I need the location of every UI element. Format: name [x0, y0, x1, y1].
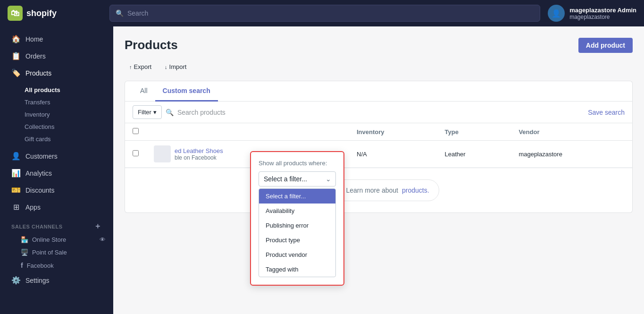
col-checkbox [125, 123, 146, 141]
user-name: mageplazastore Admin [569, 7, 636, 14]
search-icon-filter: 🔍 [166, 109, 174, 116]
product-sub-text: ble on Facebook [175, 154, 223, 161]
sidebar-sub-inventory[interactable]: Inventory [21, 109, 113, 120]
sidebar-item-analytics[interactable]: 📊 Analytics [4, 165, 109, 181]
product-name-link[interactable]: ed Leather Shoes [175, 147, 223, 154]
sidebar: 🏠 Home 📋 Orders 🏷️ Products All products… [0, 26, 113, 314]
pos-left: 🖥️ Point of Sale [21, 249, 67, 256]
facebook-label: Facebook [27, 262, 54, 269]
filter-bar: Filter ▾ 🔍 Save search [125, 101, 633, 123]
filter-label: Filter [138, 109, 151, 116]
sidebar-item-customers-label: Customers [25, 153, 58, 160]
col-inventory: Inventory [349, 123, 437, 141]
pos-icon: 🖥️ [21, 249, 28, 256]
discounts-icon: 🎫 [11, 186, 21, 195]
page-actions: Add product [578, 38, 633, 53]
avatar: 👤 [548, 5, 565, 22]
sidebar-item-settings[interactable]: ⚙️ Settings [4, 272, 109, 289]
page-title: Products [125, 38, 178, 52]
products-icon: 🏷️ [11, 68, 21, 77]
eye-icon: 👁 [100, 236, 106, 243]
global-search-input[interactable] [127, 9, 534, 17]
apps-icon: ⊞ [11, 203, 21, 212]
user-menu[interactable]: 👤 mageplazastore Admin mageplazastore [548, 5, 636, 22]
learn-more-bar: ? Learn more about products. [125, 168, 633, 213]
sidebar-item-orders-label: Orders [25, 52, 46, 60]
filter-button[interactable]: Filter ▾ [133, 105, 162, 119]
sidebar-item-discounts[interactable]: 🎫 Discounts [4, 182, 109, 198]
export-import-row: ↑ Export ↓ Import [125, 60, 633, 73]
tab-custom-search[interactable]: Custom search [155, 81, 218, 102]
col-type: Type [437, 123, 511, 141]
sidebar-item-orders[interactable]: 📋 Orders [4, 48, 109, 64]
filter-option-availability[interactable]: Availability [259, 204, 335, 218]
sidebar-item-products-label: Products [25, 69, 51, 77]
product-table-wrap: Inventory Type Vendor [125, 123, 633, 168]
sidebar-sub-all-products[interactable]: All products [21, 84, 113, 96]
filter-options-list: Select a filter... Availability Publishi… [259, 188, 336, 277]
import-button[interactable]: ↓ Import [160, 60, 191, 73]
filter-option-product-vendor[interactable]: Product vendor [259, 247, 335, 262]
filter-select-field[interactable]: Select a filter... [259, 171, 336, 187]
tab-all[interactable]: All [133, 81, 155, 102]
settings-icon: ⚙️ [11, 276, 21, 285]
filter-chevron-icon: ▾ [153, 109, 157, 116]
col-product [146, 123, 349, 141]
learn-more-link[interactable]: products. [402, 187, 429, 194]
filter-show-label: Show all products where: [259, 160, 336, 167]
save-search-button[interactable]: Save search [588, 109, 625, 116]
orders-icon: 📋 [11, 51, 21, 60]
row-checkbox[interactable] [133, 150, 139, 156]
sidebar-channel-online-store[interactable]: 🏪 Online Store 👁 [0, 233, 113, 246]
filter-option-publishing-error[interactable]: Publishing error [259, 218, 335, 233]
online-store-icon: 🏪 [21, 236, 28, 243]
sidebar-item-apps-label: Apps [25, 204, 41, 211]
main-layout: 🏠 Home 📋 Orders 🏷️ Products All products… [0, 26, 644, 314]
search-icon: 🔍 [116, 9, 124, 17]
online-store-left: 🏪 Online Store [21, 236, 66, 243]
shopify-logo-icon: 🛍 [8, 6, 23, 21]
add-channel-button[interactable]: ＋ [94, 221, 102, 231]
content-area: Products Add product ↑ Export ↓ Import A… [113, 26, 644, 314]
sidebar-products-submenu: All products Transfers Inventory Collect… [0, 82, 113, 147]
filter-option-tagged-with[interactable]: Tagged with [259, 262, 335, 277]
learn-more-text: Learn more about [346, 187, 398, 194]
logo-text: shopify [26, 8, 57, 18]
filter-option-select-filter[interactable]: Select a filter... [259, 189, 335, 204]
sales-channels-section: SALES CHANNELS ＋ [0, 216, 113, 233]
sidebar-item-apps[interactable]: ⊞ Apps [4, 199, 109, 215]
product-thumbnail [154, 145, 171, 162]
global-search-bar[interactable]: 🔍 [109, 5, 540, 22]
sidebar-item-settings-label: Settings [25, 277, 50, 284]
sales-channels-label: SALES CHANNELS [11, 224, 63, 229]
sidebar-item-discounts-label: Discounts [25, 187, 54, 194]
online-store-label: Online Store [32, 236, 66, 243]
logo-area: 🛍 shopify [8, 6, 102, 21]
analytics-icon: 📊 [11, 169, 21, 178]
facebook-left: f Facebook [21, 262, 54, 269]
filter-option-product-type[interactable]: Product type [259, 233, 335, 247]
sidebar-channel-facebook[interactable]: f Facebook [0, 259, 113, 272]
filter-select-wrap: Select a filter... [259, 171, 336, 187]
select-all-checkbox[interactable] [133, 128, 139, 134]
sidebar-item-products[interactable]: 🏷️ Products [4, 65, 109, 81]
sidebar-sub-transfers[interactable]: Transfers [21, 96, 113, 108]
add-product-button[interactable]: Add product [578, 38, 633, 53]
search-products-input[interactable] [177, 109, 584, 116]
col-vendor: Vendor [511, 123, 632, 141]
product-table: Inventory Type Vendor [125, 123, 632, 168]
filter-dropdown-container: Show all products where: Select a filter… [250, 151, 344, 286]
export-button[interactable]: ↑ Export [125, 60, 156, 73]
tabs-bar: All Custom search [125, 81, 633, 101]
facebook-icon: f [21, 262, 23, 269]
row-checkbox-cell [125, 141, 146, 168]
sidebar-item-customers[interactable]: 👤 Customers [4, 148, 109, 164]
sidebar-item-home[interactable]: 🏠 Home [4, 31, 109, 47]
row-vendor-cell: mageplazastore [511, 141, 632, 168]
sidebar-sub-collections[interactable]: Collections [21, 121, 113, 133]
top-navigation: 🛍 shopify 🔍 👤 mageplazastore Admin magep… [0, 0, 644, 26]
sidebar-sub-gift-cards[interactable]: Gift cards [21, 133, 113, 145]
import-arrow-icon: ↓ [165, 64, 167, 70]
sidebar-channel-point-of-sale[interactable]: 🖥️ Point of Sale [0, 246, 113, 259]
customers-icon: 👤 [11, 152, 21, 161]
